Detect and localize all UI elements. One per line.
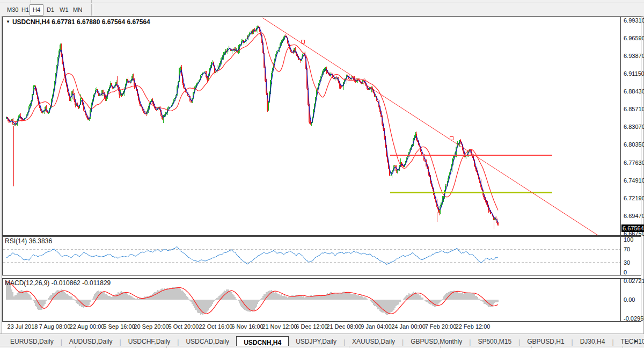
timeframe-button-h4[interactable]: H4 — [30, 4, 43, 16]
macd-indicator-label: MACD(12,26,9) -0.010862 -0.011829 — [5, 279, 111, 287]
trendline-handle — [450, 136, 453, 140]
time-axis-label: 21 Nov 12:00 — [262, 323, 297, 330]
time-axis-label: 22 Aug 00:00 — [70, 323, 105, 330]
price-axis-label: 6.72190 — [624, 195, 644, 201]
time-axis-label: 22 Oct 16:00 — [199, 323, 233, 330]
time-axis-label: 24 Jan 00:00 — [391, 323, 426, 330]
symbol-tab-usdcad[interactable]: USDCAD,Daily — [179, 336, 236, 347]
symbol-tab-usdchf[interactable]: USDCHF,Daily — [121, 336, 178, 347]
timeframe-button-mn[interactable]: MN — [70, 4, 85, 16]
trendline — [262, 18, 598, 235]
candles-layer — [6, 25, 499, 229]
time-axis-label: 20 Sep 20:00 — [134, 323, 169, 330]
price-axis-label: 6.80350 — [624, 141, 644, 148]
toolbar-divider — [91, 0, 92, 3]
symbol-tab-xauusd[interactable]: XAUUSD,Daily — [345, 336, 402, 347]
current-price-badge: 6.67564 — [621, 224, 644, 232]
rsi-axis-label: 100 — [624, 236, 633, 243]
symbol-tab-gbpusd[interactable]: GBPUSD,Monthly — [404, 336, 469, 347]
symbol-tab-usdjpy[interactable]: USDJPY,Daily — [289, 336, 343, 347]
toolbar-separator — [91, 4, 93, 16]
price-axis-label: 6.91150 — [624, 70, 644, 77]
price-axis-label: 6.99310 — [624, 17, 644, 24]
price-axis-label: 6.96590 — [624, 35, 644, 41]
trendline-handle — [301, 40, 304, 43]
mt4-application: M30H1H4D1W1MN ▼USDCNH,H4 6.67781 6.67880… — [0, 0, 644, 348]
ma-fast-line — [6, 27, 498, 222]
macd-axis-label: 0.00 — [624, 296, 635, 303]
time-axis-label: 5 Oct 20:00 — [169, 323, 199, 330]
ma-slow-line — [6, 33, 498, 210]
chevron-down-icon[interactable]: ▼ — [6, 19, 10, 24]
price-axis-label: 6.69470 — [624, 213, 644, 219]
tab-scroll-left-icon[interactable]: ◄ — [626, 338, 634, 344]
chart-window: ▼USDCNH,H4 6.67781 6.67880 6.67564 6.675… — [2, 16, 643, 334]
time-axis-label: 9 Jan 04:00 — [361, 323, 392, 330]
time-axis-label: 23 Jul 2018 — [8, 323, 38, 330]
time-axis-label: 6 Nov 16:00 — [231, 323, 263, 330]
timeframe-toolbar: M30H1H4D1W1MN — [0, 3, 644, 16]
symbol-tab-dj30[interactable]: DJ30,H4 — [573, 336, 612, 347]
symbol-tab-eurusd[interactable]: EURUSD,Daily — [3, 336, 61, 347]
macd-axis-label: -0.029558 — [624, 315, 644, 322]
price-axis-label: 6.74910 — [624, 177, 644, 184]
macd-axis-label: 0.027219 — [624, 278, 644, 284]
timeframe-button-d1[interactable]: D1 — [43, 4, 57, 16]
time-axis-label: 7 Feb 20:00 — [425, 323, 457, 330]
symbol-tab-sp500[interactable]: SP500,M15 — [471, 336, 518, 347]
tab-scroll-right-icon[interactable]: ► — [634, 338, 642, 344]
rsi-axis-label: 0 — [624, 269, 627, 276]
rsi-axis-label: 70 — [624, 246, 630, 252]
time-axis-label: 6 Dec 12:00 — [296, 323, 327, 330]
symbol-tab-audusd[interactable]: AUDUSD,Daily — [62, 336, 120, 347]
toolbar-divider — [31, 0, 31, 3]
price-axis-label: 6.77630 — [624, 160, 644, 166]
chart-title: ▼USDCNH,H4 6.67781 6.67880 6.67564 6.675… — [6, 18, 150, 26]
tab-scroll-arrows: ◄► — [626, 338, 642, 344]
rsi-indicator-label: RSI(14) 36.3836 — [5, 237, 52, 245]
time-axis-label: 22 Feb 12:00 — [456, 323, 491, 330]
time-axis-label: 21 Dec 08:00 — [326, 323, 361, 330]
bottom-panel-sliver — [0, 346, 644, 348]
chart-title-text: USDCNH,H4 6.67781 6.67880 6.67564 6.6756… — [12, 18, 150, 26]
symbol-tab-gbpusd[interactable]: GBPUSD,H1 — [520, 336, 571, 347]
rsi-axis-label: 30 — [624, 259, 630, 266]
time-axis-label: 5 Sep 16:00 — [103, 323, 135, 330]
price-axis-label: 6.88430 — [624, 88, 644, 95]
price-axis-label: 6.93870 — [624, 53, 644, 59]
price-axis-label: 6.85710 — [624, 106, 644, 112]
time-axis-label: 7 Aug 08:00 — [39, 323, 71, 330]
price-axis-label: 6.83070 — [624, 124, 644, 130]
